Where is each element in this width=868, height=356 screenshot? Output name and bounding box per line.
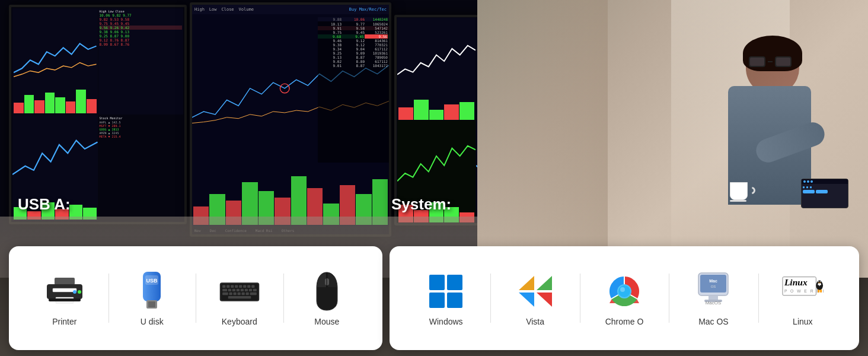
- svg-rect-30: [253, 288, 257, 291]
- svg-text:MacOS: MacOS: [706, 300, 722, 306]
- chrome-label: Chrome O: [605, 317, 644, 326]
- svg-rect-15: [222, 285, 225, 287]
- svg-rect-19: [239, 285, 242, 287]
- macos-logo-icon: Mac OS MacOS: [693, 271, 734, 312]
- svg-point-53: [620, 287, 625, 292]
- usb-item-keyboard: Keyboard: [196, 268, 283, 329]
- svg-rect-38: [228, 295, 251, 298]
- svg-rect-34: [237, 292, 240, 294]
- windows-logo-icon: [425, 271, 467, 312]
- bottom-panel: Printer USB: [9, 246, 859, 350]
- system-item-macos: Mac OS MacOS Mac OS: [669, 268, 758, 329]
- usb-card: Printer USB: [9, 246, 382, 350]
- svg-point-5: [78, 290, 81, 294]
- svg-rect-20: [243, 285, 246, 287]
- monitor-left: High Low Close 10.06 9.82 9.77 9.82 9.53…: [9, 5, 187, 224]
- usb-item-printer: Printer: [21, 268, 108, 329]
- usb-item-mouse: Mouse: [283, 268, 371, 329]
- svg-rect-24: [228, 288, 231, 291]
- svg-rect-16: [226, 285, 229, 287]
- svg-text:Linux: Linux: [784, 277, 808, 287]
- svg-point-52: [618, 285, 630, 297]
- svg-text:USB: USB: [146, 278, 158, 284]
- system-label: System:: [391, 195, 451, 214]
- svg-rect-43: [429, 293, 445, 308]
- printer-icon-container: [44, 271, 85, 312]
- mouse-icon-container: [306, 271, 347, 312]
- chrome-svg: [607, 274, 642, 309]
- printer-icon: [44, 275, 85, 307]
- svg-text:OS: OS: [711, 285, 716, 288]
- svg-point-68: [818, 281, 819, 282]
- svg-rect-22: [251, 285, 254, 287]
- svg-rect-7: [49, 298, 81, 301]
- svg-rect-1: [55, 278, 75, 285]
- svg-rect-17: [231, 285, 234, 287]
- udisk-icon-container: USB: [131, 271, 173, 312]
- svg-rect-12: [148, 301, 155, 307]
- usb-drive-icon: USB: [137, 271, 167, 312]
- keyboard-label: Keyboard: [222, 317, 257, 326]
- svg-rect-35: [241, 292, 244, 294]
- svg-point-69: [820, 281, 821, 282]
- svg-rect-27: [241, 288, 244, 291]
- system-item-windows: Windows: [401, 268, 490, 329]
- printer-label: Printer: [52, 317, 76, 326]
- mouse-label: Mouse: [314, 317, 339, 326]
- svg-rect-44: [447, 293, 462, 308]
- usb-label: USB A:: [18, 195, 71, 214]
- svg-rect-56: [709, 295, 718, 300]
- windows-svg: [428, 274, 464, 309]
- monitor-center: High Low Close Volume Buy Max/Rec/Tec: [190, 2, 391, 237]
- system-item-linux: Linux P O W E R E D Linux: [758, 268, 847, 329]
- svg-text:Mac: Mac: [710, 279, 718, 283]
- chrome-logo-icon: [604, 271, 645, 312]
- udisk-label: U disk: [141, 317, 164, 326]
- windows-label: Windows: [429, 317, 463, 326]
- svg-text:P O W E R E D: P O W E R E D: [784, 288, 824, 293]
- macos-svg: Mac OS MacOS: [695, 272, 731, 310]
- linux-logo-icon: Linux P O W E R E D: [782, 271, 824, 312]
- mouse-icon: [314, 271, 340, 312]
- macos-label: Mac OS: [698, 317, 729, 326]
- keyboard-icon: [219, 276, 260, 306]
- svg-rect-18: [235, 285, 238, 287]
- vista-logo-icon: [515, 271, 556, 312]
- svg-rect-36: [245, 292, 248, 294]
- svg-rect-25: [232, 288, 235, 291]
- svg-rect-29: [249, 288, 252, 291]
- svg-rect-21: [247, 285, 250, 287]
- svg-rect-32: [229, 292, 232, 294]
- usb-item-udisk: USB U disk: [108, 268, 196, 329]
- linux-label: Linux: [793, 317, 812, 326]
- svg-rect-41: [429, 275, 445, 290]
- svg-rect-55: [700, 275, 726, 293]
- system-item-vista: Vista: [490, 268, 579, 329]
- keyboard-icon-container: [219, 271, 260, 312]
- svg-rect-26: [237, 288, 240, 291]
- svg-rect-23: [222, 288, 227, 291]
- vista-svg: [518, 274, 553, 309]
- svg-rect-37: [250, 292, 256, 294]
- svg-rect-72: [818, 290, 819, 293]
- svg-rect-73: [820, 290, 822, 293]
- svg-rect-33: [233, 292, 236, 294]
- svg-rect-3: [53, 288, 76, 292]
- svg-rect-31: [222, 292, 228, 294]
- person-area: ■ ■ ■: [477, 0, 868, 278]
- svg-rect-42: [447, 275, 462, 290]
- system-item-chrome: Chrome O: [580, 268, 669, 329]
- svg-point-4: [73, 290, 76, 294]
- system-card: Windows Vista: [390, 246, 859, 350]
- svg-rect-28: [245, 288, 248, 291]
- vista-label: Vista: [526, 317, 544, 326]
- linux-svg: Linux P O W E R E D: [782, 274, 824, 309]
